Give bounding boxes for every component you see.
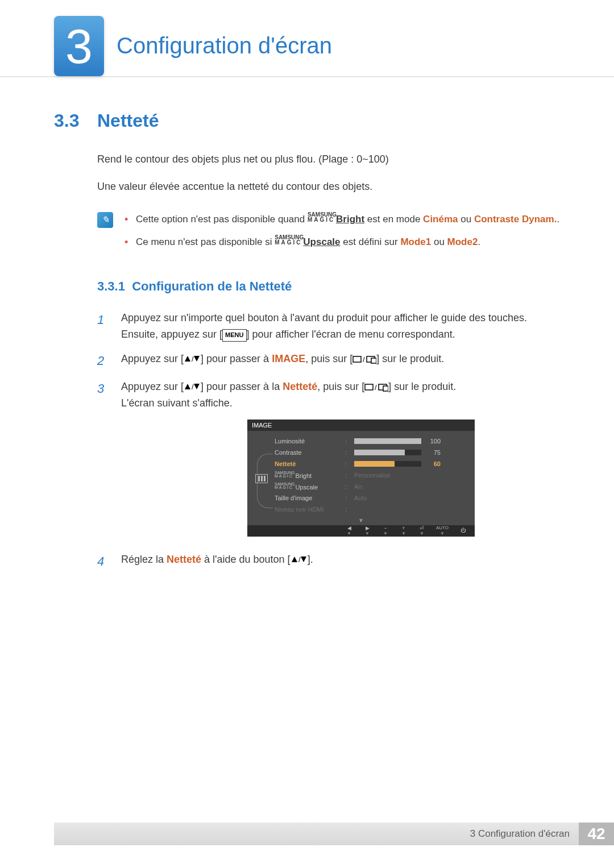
step-number: 2 <box>97 351 111 371</box>
svg-text:/: / <box>192 355 194 363</box>
osd-row: Contraste:75 <box>275 447 469 458</box>
header-divider <box>0 76 614 77</box>
note1-text-b: est en mode <box>364 214 423 225</box>
osd-row: SAMSUNGMAGICUpscale:Arr. <box>275 481 469 492</box>
svg-rect-6 <box>371 358 376 363</box>
osd-minus-icon: −▼ <box>379 525 392 536</box>
nettete-label: Netteté <box>167 554 201 565</box>
up-down-triangle-icon: / <box>184 383 201 391</box>
note-box: ✎ Cette option n'est pas disponible quan… <box>97 212 560 258</box>
svg-rect-10 <box>365 384 373 390</box>
image-label: IMAGE <box>272 353 305 364</box>
subsection-heading: 3.3.1 Configuration de la Netteté <box>97 279 560 294</box>
rect-pair-icon: / <box>352 355 376 364</box>
osd-row: Netteté:60 <box>275 458 469 470</box>
step-number: 4 <box>97 551 111 571</box>
magic-upscale-label: Upscale <box>303 236 340 247</box>
chapter-title: Configuration d'écran <box>117 33 332 59</box>
osd-nav-left-icon: ◀▼ <box>343 525 355 536</box>
osd-slider <box>354 438 421 444</box>
steps-list: 1 Appuyez sur n'importe quel bouton à l'… <box>97 310 560 411</box>
section-title: Netteté <box>97 110 159 131</box>
step3-text-d: ] sur le produit. <box>388 381 456 392</box>
step4-text-c: ]. <box>308 554 313 565</box>
step4-text-a: Réglez la <box>121 554 167 565</box>
note2-text-a: Ce menu n'est pas disponible si <box>136 236 275 247</box>
osd-row: SAMSUNGMAGICBright:Personnalisé <box>275 470 469 481</box>
osd-row: Taille d'image:Auto <box>275 492 469 504</box>
osd-row: Luminosité:100 <box>275 435 469 447</box>
chapter-number-badge: 3 <box>54 16 104 76</box>
osd-row-label: Contraste <box>275 449 342 456</box>
osd-nav-right-icon: ▶▼ <box>361 525 374 536</box>
step-number: 1 <box>97 310 111 343</box>
step3-text-b: ] pour passer à la <box>201 381 283 392</box>
svg-marker-14 <box>292 556 297 562</box>
step-number: 3 <box>97 379 111 412</box>
osd-text-value: Personnalisé <box>354 472 391 479</box>
mode2-label: Mode2 <box>447 236 478 247</box>
step-2: 2 Appuyez sur [/] pour passer à IMAGE, p… <box>97 351 560 371</box>
svg-text:/: / <box>375 383 377 392</box>
svg-text:/: / <box>298 555 301 563</box>
note-list: Cette option n'est pas disponible quand … <box>123 212 559 258</box>
up-down-triangle-icon: / <box>291 555 308 563</box>
note2-text-d: . <box>478 236 480 247</box>
subsection-title: Configuration de la Netteté <box>132 279 292 293</box>
note2-text-c: ou <box>431 236 447 247</box>
osd-plus-icon: +▼ <box>397 525 410 536</box>
osd-row-label: SAMSUNGMAGICUpscale <box>275 483 342 491</box>
step3-text-e: L'écran suivant s'affiche. <box>121 397 233 409</box>
svg-marker-2 <box>194 356 200 362</box>
osd-power-icon: ⏻ <box>457 528 469 534</box>
svg-text:/: / <box>192 383 194 391</box>
osd-footer: ◀▼ ▶▼ −▼ +▼ ⏎▼ AUTO▼ ⏻ <box>247 525 475 537</box>
osd-auto-label: AUTO▼ <box>434 525 451 536</box>
nettete-label: Netteté <box>283 381 317 392</box>
step4-text-b: à l'aide du bouton [ <box>201 554 291 565</box>
section-number: 3.3 <box>54 110 97 131</box>
note-icon: ✎ <box>97 212 113 228</box>
note-bullet-2: Ce menu n'est pas disponible si SAMSUNGM… <box>123 235 559 250</box>
svg-marker-0 <box>185 356 190 362</box>
step3-text-a: Appuyez sur [ <box>121 381 184 392</box>
note1-text-a: Cette option n'est pas disponible quand <box>136 214 308 225</box>
menu-key-icon: MENU <box>222 329 246 342</box>
step2-text-c: , puis sur [ <box>305 353 352 364</box>
steps-list-cont: 4 Réglez la Netteté à l'aide du bouton [… <box>97 551 560 571</box>
step2-text-a: Appuyez sur [ <box>121 353 184 364</box>
osd-more-down-icon: ▼ <box>247 517 475 525</box>
intro-paragraph-2: Une valeur élevée accentue la netteté du… <box>97 179 560 195</box>
step-3: 3 Appuyez sur [/] pour passer à la Nette… <box>97 379 560 412</box>
mode-cinema: Cinéma <box>423 214 458 225</box>
chapter-header: 3 Configuration d'écran <box>54 16 560 76</box>
svg-marker-16 <box>301 556 306 562</box>
step3-text-c: , puis sur [ <box>317 381 364 392</box>
note-bullet-1: Cette option n'est pas disponible quand … <box>123 212 559 227</box>
osd-row-label: SAMSUNGMAGICBright <box>275 471 342 479</box>
osd-row-label: Netteté <box>275 460 342 467</box>
section-heading: 3.3Netteté <box>54 110 560 131</box>
svg-text:/: / <box>363 355 365 364</box>
intro-paragraph-1: Rend le contour des objets plus net ou p… <box>97 152 560 168</box>
footer-page-number: 42 <box>579 823 614 845</box>
magic-bright-label: Bright <box>336 214 364 225</box>
up-down-triangle-icon: / <box>184 355 201 363</box>
osd-value: 60 <box>425 460 441 467</box>
step1-text-b: ] pour afficher l'écran de menu correspo… <box>247 329 455 340</box>
svg-rect-13 <box>383 386 388 391</box>
step2-text-b: ] pour passer à <box>201 353 272 364</box>
osd-value: 100 <box>425 438 441 445</box>
osd-row-label: Niveau noir HDMI <box>275 506 342 513</box>
osd-slider <box>354 461 421 467</box>
osd-screenshot: IMAGE Luminosité:100Contraste:75Netteté:… <box>247 420 560 537</box>
svg-marker-7 <box>185 384 190 389</box>
rect-pair-icon: / <box>364 383 388 392</box>
subsection-number: 3.3.1 <box>97 279 125 293</box>
mode1-label: Mode1 <box>400 236 431 247</box>
osd-title: IMAGE <box>247 420 475 431</box>
svg-marker-9 <box>194 384 200 389</box>
step2-text-d: ] sur le produit. <box>376 353 444 364</box>
samsung-magic-logo: SAMSUNGMAGIC <box>275 235 304 245</box>
footer-chapter-label: 3 Configuration d'écran <box>54 823 579 845</box>
